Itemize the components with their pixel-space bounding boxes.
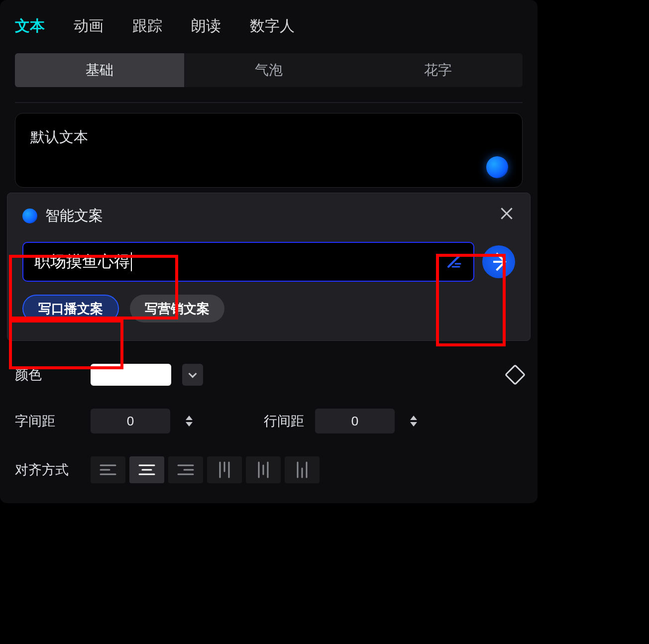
row-align: 对齐方式 bbox=[15, 456, 523, 483]
label-color: 颜色 bbox=[15, 366, 80, 384]
input-line-spacing[interactable]: 0 bbox=[315, 409, 395, 433]
close-icon[interactable] bbox=[497, 204, 516, 223]
row-spacing: 字间距 0 行间距 0 bbox=[15, 409, 523, 433]
chevron-down-icon[interactable] bbox=[410, 422, 417, 427]
tab-avatar[interactable]: 数字人 bbox=[250, 16, 295, 36]
chevron-up-icon[interactable] bbox=[410, 416, 417, 420]
stepper-letter-spacing[interactable] bbox=[181, 409, 197, 433]
color-swatch[interactable] bbox=[91, 364, 171, 386]
text-content: 默认文本 bbox=[30, 127, 507, 147]
align-vertical-left-icon[interactable] bbox=[207, 456, 242, 483]
magic-wand-icon[interactable] bbox=[445, 252, 463, 272]
stepper-line-spacing[interactable] bbox=[406, 409, 422, 433]
popup-title: 智能文案 bbox=[45, 206, 103, 226]
tab-tracking[interactable]: 跟踪 bbox=[132, 16, 162, 36]
chip-marketing-copy[interactable]: 写营销文案 bbox=[130, 295, 224, 322]
color-dropdown[interactable] bbox=[182, 364, 203, 386]
subtab-basic[interactable]: 基础 bbox=[15, 53, 184, 87]
top-tabs: 文本 动画 跟踪 朗读 数字人 bbox=[0, 0, 538, 46]
subtab-fancy[interactable]: 花字 bbox=[353, 53, 523, 87]
smart-copy-popup: 智能文案 职场摸鱼心得 写口播文案 写 bbox=[7, 193, 531, 341]
tab-text[interactable]: 文本 bbox=[15, 16, 45, 36]
input-letter-spacing[interactable]: 0 bbox=[91, 409, 170, 433]
sub-tabs: 基础 气泡 花字 bbox=[15, 53, 523, 87]
divider bbox=[15, 102, 523, 103]
label-align: 对齐方式 bbox=[15, 461, 80, 479]
ai-orb-icon bbox=[22, 209, 37, 223]
subtab-bubble[interactable]: 气泡 bbox=[184, 53, 353, 87]
align-vertical-center-icon[interactable] bbox=[246, 456, 281, 483]
text-cursor bbox=[131, 252, 132, 271]
smart-copy-input[interactable]: 职场摸鱼心得 bbox=[22, 242, 474, 282]
chevron-up-icon[interactable] bbox=[186, 416, 193, 420]
chevron-down-icon bbox=[189, 370, 197, 378]
align-left-icon[interactable] bbox=[91, 456, 125, 483]
tab-read[interactable]: 朗读 bbox=[191, 16, 221, 36]
keyframe-diamond-icon[interactable] bbox=[505, 364, 526, 385]
ai-orb-icon[interactable] bbox=[486, 156, 508, 178]
align-right-icon[interactable] bbox=[168, 456, 203, 483]
label-letter-spacing: 字间距 bbox=[15, 412, 80, 430]
align-center-icon[interactable] bbox=[129, 456, 164, 483]
tab-animation[interactable]: 动画 bbox=[74, 16, 104, 36]
row-color: 颜色 bbox=[15, 364, 523, 386]
submit-arrow-button[interactable] bbox=[482, 245, 515, 278]
text-content-box[interactable]: 默认文本 bbox=[15, 113, 523, 188]
chip-script-copy[interactable]: 写口播文案 bbox=[22, 295, 119, 322]
text-properties-panel: 文本 动画 跟踪 朗读 数字人 基础 气泡 花字 默认文本 智能文案 职场摸鱼心… bbox=[0, 0, 538, 503]
smart-copy-input-text: 职场摸鱼心得 bbox=[34, 251, 130, 273]
align-vertical-right-icon[interactable] bbox=[285, 456, 320, 483]
label-line-spacing: 行间距 bbox=[264, 412, 304, 430]
chevron-down-icon[interactable] bbox=[186, 422, 193, 427]
